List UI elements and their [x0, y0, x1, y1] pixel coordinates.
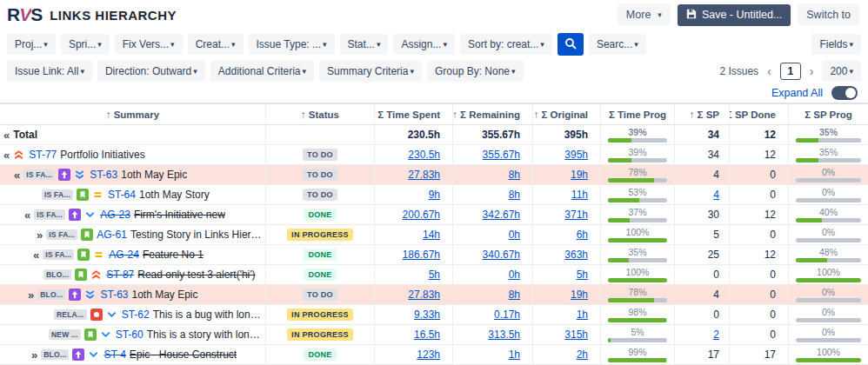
- issue-summary: This is a bug with long text ...: [153, 309, 262, 321]
- total-row[interactable]: «Total230.5h355.67h395h39%341235%: [0, 125, 868, 145]
- chevron-down-icon: ▾: [849, 67, 853, 76]
- progress-bar: [608, 338, 667, 342]
- column-header[interactable]: ↑Σ SP: [674, 104, 729, 124]
- logo-letter-v: V: [19, 4, 31, 25]
- issue-key-link[interactable]: AG-61: [97, 229, 127, 241]
- fields-button[interactable]: Fields▾: [811, 34, 861, 55]
- criteria-dropdown[interactable]: Issue Link: All▾: [7, 61, 92, 82]
- criteria-dropdown[interactable]: Direction: Outward▾: [97, 61, 205, 82]
- progress-percent: 53%: [608, 188, 667, 197]
- table-row[interactable]: »IS FA...AG-61Testing Story in Links Hie…: [0, 225, 868, 245]
- collapse-arrow-icon[interactable]: «: [24, 209, 30, 222]
- table-row[interactable]: «IS FA...AG-23Firm's Initiative newDONE2…: [0, 205, 868, 225]
- criteria-dropdown[interactable]: Group By: None▾: [427, 61, 524, 82]
- time-remaining-cell: 1h: [452, 345, 532, 364]
- column-header[interactable]: ↑Σ SP Done: [729, 104, 788, 124]
- filter-dropdown[interactable]: Stat...▾: [340, 34, 389, 55]
- table-body: «Total230.5h355.67h395h39%341235%«ST-77P…: [0, 125, 868, 365]
- column-header[interactable]: ↑Σ Remaining: [452, 104, 532, 124]
- filter-bar-primary: Proj...▾Spri...▾Fix Vers...▾Creat...▾Iss…: [0, 33, 868, 56]
- chevron-down-icon: ▾: [323, 40, 327, 49]
- table-row[interactable]: NEW ...ST-60This is a story with long te…: [0, 325, 868, 345]
- issue-key-link[interactable]: ST-4: [103, 348, 125, 361]
- issue-key-link[interactable]: ST-87: [106, 269, 134, 281]
- filter-dropdown[interactable]: Creat...▾: [188, 34, 244, 55]
- time-spent-cell: 230.5h: [374, 145, 452, 164]
- pager-next[interactable]: ›: [806, 64, 818, 78]
- highest-icon: [90, 269, 103, 281]
- more-button[interactable]: More▾: [618, 4, 671, 25]
- table-row[interactable]: RELA...ST-62This is a bug with long text…: [0, 305, 868, 325]
- status-badge: TO DO: [303, 149, 337, 161]
- filter-dropdown[interactable]: Proj...▾: [7, 34, 56, 55]
- status-badge: TO DO: [303, 169, 337, 181]
- issue-summary: Firm's Initiative new: [134, 209, 225, 221]
- filter-dropdown[interactable]: Fix Vers...▾: [115, 34, 183, 55]
- collapse-arrow-icon[interactable]: «: [14, 169, 20, 182]
- time-remaining-cell: 342.67h: [452, 205, 532, 224]
- save-button[interactable]: Save - Untitled...: [678, 4, 791, 26]
- time-original-cell: 315h: [532, 325, 600, 344]
- criteria-dropdown[interactable]: Additional Criteria▾: [210, 61, 314, 82]
- filter-dropdown[interactable]: Issue Type: ...▾: [249, 34, 335, 55]
- issue-key-link[interactable]: ST-63: [90, 169, 117, 181]
- table-row[interactable]: BLO...ST-87Read only test 3 alert('hi')D…: [0, 265, 868, 285]
- story-points-cell: 30: [674, 205, 729, 224]
- progress-percent: 0%: [796, 288, 861, 297]
- bug-icon: [90, 309, 103, 321]
- column-header[interactable]: Σ SP Prog: [788, 104, 868, 124]
- search-button[interactable]: [558, 33, 584, 56]
- pager-current-page[interactable]: 1: [780, 63, 801, 80]
- expand-arrow-icon[interactable]: »: [28, 289, 34, 302]
- issue-key-link[interactable]: ST-62: [122, 309, 150, 321]
- issue-key-link[interactable]: AG-24: [109, 249, 139, 261]
- filter-dropdown[interactable]: Sort by: creat...▾: [460, 34, 552, 55]
- table-row[interactable]: »BLO...ST-631oth May EpicTO DO27.83h8h19…: [0, 285, 868, 305]
- column-header[interactable]: ↑Summary: [0, 110, 265, 120]
- logo-letter-r: R: [7, 4, 20, 25]
- page-size-select[interactable]: 200▾: [822, 61, 861, 82]
- story-points-done-cell: 12: [729, 125, 788, 144]
- expand-arrow-icon[interactable]: »: [37, 229, 43, 242]
- search-dropdown[interactable]: Searc...▾: [589, 34, 646, 55]
- table-row[interactable]: «ST-77Portfolio InitiativesTO DO230.5h35…: [0, 145, 868, 165]
- progress-bar: [608, 178, 667, 182]
- collapse-arrow-icon[interactable]: «: [3, 129, 10, 142]
- status-cell: DONE: [265, 205, 374, 224]
- time-original-cell: 395h: [532, 145, 600, 164]
- story-points-done-cell: 0: [729, 185, 788, 204]
- expand-arrow-icon[interactable]: »: [31, 348, 37, 362]
- epic-icon: [72, 348, 84, 361]
- collapse-arrow-icon[interactable]: «: [33, 249, 39, 262]
- link-type-badge: IS FA...: [42, 189, 73, 200]
- switch-to-button[interactable]: Switch to: [798, 4, 859, 25]
- filter-dropdown[interactable]: Spri...▾: [61, 34, 110, 55]
- table-row[interactable]: »BLO...ST-4Epic - House ConstructDONE123…: [0, 345, 868, 365]
- issue-key-link[interactable]: ST-77: [29, 149, 57, 161]
- criteria-dropdown[interactable]: Summary Criteria▾: [319, 61, 422, 82]
- status-badge: TO DO: [303, 189, 337, 201]
- progress-percent: 39%: [608, 148, 667, 157]
- collapse-arrow-icon[interactable]: «: [3, 149, 10, 162]
- story-points-progress-cell: 0%: [788, 165, 868, 184]
- summary-cell: BLO...ST-87Read only test 3 alert('hi'): [0, 265, 265, 284]
- table-row[interactable]: «IS FA...ST-631oth May EpicTO DO27.83h8h…: [0, 165, 868, 185]
- issue-key-link[interactable]: AG-23: [100, 209, 130, 221]
- column-header[interactable]: ↑Status: [265, 104, 374, 124]
- expand-all-link[interactable]: Expand All: [771, 87, 823, 99]
- column-header[interactable]: ↑Σ Original: [532, 104, 600, 124]
- issue-key-link[interactable]: ST-64: [108, 189, 136, 201]
- progress-bar: [608, 358, 667, 362]
- table-row[interactable]: «IS FA...AG-24Feature No 1DONE186.67h340…: [0, 245, 868, 265]
- column-header[interactable]: Σ Time Prog: [600, 104, 674, 124]
- filter-dropdown[interactable]: Assign...▾: [393, 34, 455, 55]
- pager-prev[interactable]: ‹: [764, 64, 775, 78]
- time-progress-cell: 100%: [600, 225, 674, 244]
- view-toggle[interactable]: [831, 86, 858, 100]
- issue-key-link[interactable]: ST-60: [116, 328, 144, 341]
- time-progress-cell: 99%: [600, 345, 674, 364]
- issue-key-link[interactable]: ST-63: [100, 289, 128, 301]
- column-header[interactable]: ↑Σ Time Spent: [374, 104, 452, 124]
- chevron-down-icon: ▾: [377, 40, 381, 49]
- table-row[interactable]: IS FA...ST-641oth May StoryTO DO9h8h11h5…: [0, 185, 868, 205]
